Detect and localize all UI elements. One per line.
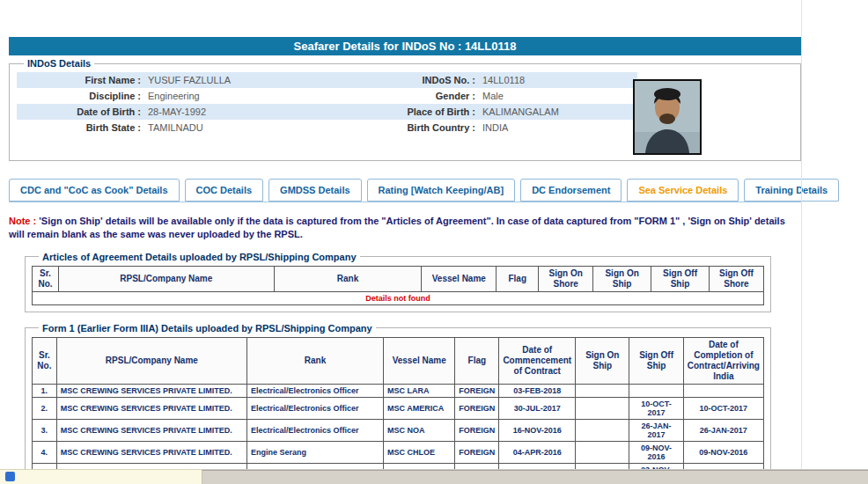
cell-sign-off-ship: 26-JAN-2017	[629, 419, 683, 441]
notification-strip	[0, 469, 202, 484]
column-header: Sr. No.	[33, 337, 57, 384]
tab-training-details[interactable]: Training Details	[744, 179, 839, 202]
cell-vessel: MSC NOA	[384, 419, 455, 441]
birth-country-value: INDIA	[479, 120, 637, 136]
form1-section: Form 1 (Earlier Form IIIA) Details uploa…	[25, 323, 771, 484]
table-header-row: Sr. No. RPSL/Company Name Rank Vessel Na…	[33, 337, 764, 384]
indos-details-table: First Name : YUSUF FAZLULLA INDoS No. : …	[17, 72, 637, 136]
column-header: Rank	[274, 266, 422, 291]
seafarer-photo	[633, 79, 702, 155]
cell-sign-on-ship	[576, 384, 629, 397]
cell-sign-on-ship	[576, 441, 629, 463]
column-header: Sr. No.	[33, 266, 59, 291]
column-header: Flag	[455, 337, 499, 384]
tab-gmdss-details[interactable]: GMDSS Details	[268, 179, 361, 202]
cell-sr-no: 3.	[33, 419, 57, 441]
details-not-found-message: Details not found	[33, 291, 764, 304]
column-header: Vessel Name	[422, 266, 497, 291]
place-of-birth-value: KALIMANGALAM	[479, 104, 637, 120]
cell-sign-on-ship	[576, 419, 629, 441]
cell-sr-no: 2.	[33, 397, 57, 419]
column-header: Date of Commencement of Contract	[499, 337, 576, 384]
cell-completion-date: 26-JAN-2017	[683, 419, 763, 441]
cell-company: MSC CREWING SERVICES PRIVATE LIMITED.	[56, 384, 246, 397]
tab-dc-endorsement[interactable]: DC Endorsement	[520, 179, 622, 202]
detail-row: Birth State : TAMILNADU Birth Country : …	[17, 120, 637, 136]
tab-bar: CDC and "CoC as Cook" Details COC Detail…	[9, 179, 801, 202]
cell-flag: FOREIGN	[455, 441, 499, 463]
table-row: Details not found	[33, 291, 764, 304]
discipline-value: Engineering	[144, 88, 378, 104]
cell-flag: FOREIGN	[455, 384, 499, 397]
gender-value: Male	[479, 88, 637, 104]
form1-legend: Form 1 (Earlier Form IIIA) Details uploa…	[39, 323, 376, 334]
note-text: Note : 'Sign on Ship' details will be av…	[9, 215, 799, 241]
cell-sign-on-ship	[576, 397, 629, 419]
cell-sr-no: 1.	[33, 384, 57, 397]
cell-flag: FOREIGN	[455, 397, 499, 419]
articles-of-agreement-section: Articles of Agreement Details uploaded b…	[25, 252, 771, 312]
indos-details-legend: INDoS Details	[24, 58, 94, 69]
cell-rank: Engine Serang	[246, 441, 383, 463]
cell-vessel: MSC AMERICA	[384, 397, 455, 419]
cell-company: MSC CREWING SERVICES PRIVATE LIMITED.	[56, 441, 246, 463]
cell-vessel: MSC LARA	[384, 384, 455, 397]
gender-label: Gender :	[378, 88, 479, 104]
table-row: 1. MSC CREWING SERVICES PRIVATE LIMITED.…	[33, 384, 764, 397]
table-header-row: Sr. No. RPSL/Company Name Rank Vessel Na…	[33, 266, 764, 291]
date-of-birth-value: 28-MAY-1992	[144, 104, 378, 120]
birth-state-label: Birth State :	[17, 120, 144, 136]
table-row: 2. MSC CREWING SERVICES PRIVATE LIMITED.…	[33, 397, 764, 419]
cell-sign-off-ship	[629, 384, 683, 397]
tab-coc-details[interactable]: COC Details	[185, 179, 264, 202]
place-of-birth-label: Place of Birth :	[378, 104, 479, 120]
tab-sea-service-details[interactable]: Sea Service Details	[627, 179, 739, 202]
browser-page-icon[interactable]	[5, 472, 15, 481]
column-header: Rank	[246, 337, 383, 384]
cell-sign-off-ship: 09-NOV-2016	[629, 441, 683, 463]
cell-commencement-date: 03-FEB-2018	[499, 384, 576, 397]
cell-company: MSC CREWING SERVICES PRIVATE LIMITED.	[56, 397, 246, 419]
cell-company: MSC CREWING SERVICES PRIVATE LIMITED.	[56, 419, 246, 441]
discipline-label: Discipline :	[17, 88, 144, 104]
note-body: 'Sign on Ship' details will be available…	[9, 216, 785, 239]
column-header: Sign Off Shore	[710, 266, 764, 291]
column-header: Vessel Name	[384, 337, 455, 384]
note-label: Note :	[9, 216, 36, 226]
column-header: Sign Off Ship	[629, 337, 683, 384]
tab-rating-watch-keeping-ab[interactable]: Rating [Watch Keeping/AB]	[367, 179, 516, 202]
indos-no-label: INDoS No. :	[378, 72, 479, 88]
cell-completion-date: 10-OCT-2017	[683, 397, 763, 419]
column-header: Date of Completion of Contract/Arriving …	[683, 337, 763, 384]
tab-cdc-coc-as-cook-details[interactable]: CDC and "CoC as Cook" Details	[9, 179, 180, 202]
column-header: RPSL/Company Name	[56, 337, 246, 384]
column-header: RPSL/Company Name	[58, 266, 274, 291]
form1-table: Sr. No. RPSL/Company Name Rank Vessel Na…	[32, 337, 764, 484]
first-name-label: First Name :	[17, 72, 144, 88]
cell-rank: Electrical/Electronics Officer	[246, 397, 383, 419]
column-header: Sign On Shore	[539, 266, 593, 291]
cell-completion-date	[683, 384, 763, 397]
table-row: 3. MSC CREWING SERVICES PRIVATE LIMITED.…	[33, 419, 764, 441]
articles-table: Sr. No. RPSL/Company Name Rank Vessel Na…	[32, 266, 764, 305]
cell-commencement-date: 16-NOV-2016	[499, 419, 576, 441]
cell-sign-off-ship: 10-OCT-2017	[629, 397, 683, 419]
indos-no-value: 14LL0118	[479, 72, 637, 88]
cell-vessel: MSC CHLOE	[384, 441, 455, 463]
detail-row: Discipline : Engineering Gender : Male	[17, 88, 637, 104]
date-of-birth-label: Date of Birth :	[17, 104, 144, 120]
cell-commencement-date: 04-APR-2016	[499, 441, 576, 463]
column-header: Sign On Ship	[576, 337, 629, 384]
detail-row: Date of Birth : 28-MAY-1992 Place of Bir…	[17, 104, 637, 120]
detail-row: First Name : YUSUF FAZLULLA INDoS No. : …	[17, 72, 637, 88]
first-name-value: YUSUF FAZLULLA	[144, 72, 378, 88]
portrait-placeholder-icon	[635, 81, 700, 153]
content-area: Seafarer Details for INDoS No : 14LL0118…	[9, 37, 801, 484]
page-title: Seafarer Details for INDoS No : 14LL0118	[9, 37, 801, 55]
content-right-border	[801, 0, 802, 469]
column-header: Flag	[497, 266, 539, 291]
cell-completion-date: 09-NOV-2016	[683, 441, 763, 463]
cell-sr-no: 4.	[33, 441, 57, 463]
cell-commencement-date: 30-JUL-2017	[499, 397, 576, 419]
birth-state-value: TAMILNADU	[144, 120, 378, 136]
